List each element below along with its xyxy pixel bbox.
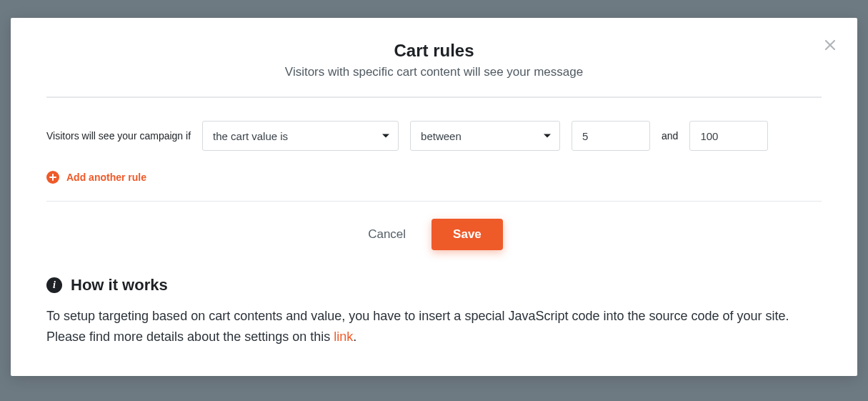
- how-body-suffix: .: [353, 330, 356, 344]
- info-icon: i: [46, 277, 62, 293]
- modal-subtitle: Visitors with specific cart content will…: [46, 65, 822, 79]
- rule-prefix-label: Visitors will see your campaign if: [46, 130, 191, 142]
- rule-row: Visitors will see your campaign if the c…: [46, 121, 822, 151]
- cancel-button[interactable]: Cancel: [365, 220, 409, 249]
- how-it-works-body: To setup targeting based on cart content…: [46, 306, 822, 347]
- value-from-input[interactable]: [572, 121, 650, 151]
- divider: [46, 96, 822, 98]
- plus-circle-icon: [46, 171, 59, 184]
- modal-title: Cart rules: [46, 41, 822, 61]
- divider: [46, 201, 822, 202]
- condition-select[interactable]: the cart value is: [202, 121, 399, 151]
- button-row: Cancel Save: [46, 219, 822, 250]
- close-icon[interactable]: [823, 38, 837, 52]
- how-it-works-title: How it works: [71, 276, 168, 294]
- cart-rules-modal: Cart rules Visitors with specific cart c…: [11, 18, 857, 376]
- save-button[interactable]: Save: [431, 219, 503, 250]
- and-label: and: [662, 130, 678, 142]
- value-to-input[interactable]: [689, 121, 768, 151]
- settings-link[interactable]: link: [334, 330, 353, 344]
- add-rule-button[interactable]: Add another rule: [46, 171, 822, 184]
- add-rule-label: Add another rule: [66, 172, 146, 183]
- how-it-works-header: i How it works: [46, 276, 822, 294]
- comparator-select[interactable]: between: [410, 121, 560, 151]
- how-body-text: To setup targeting based on cart content…: [46, 309, 789, 344]
